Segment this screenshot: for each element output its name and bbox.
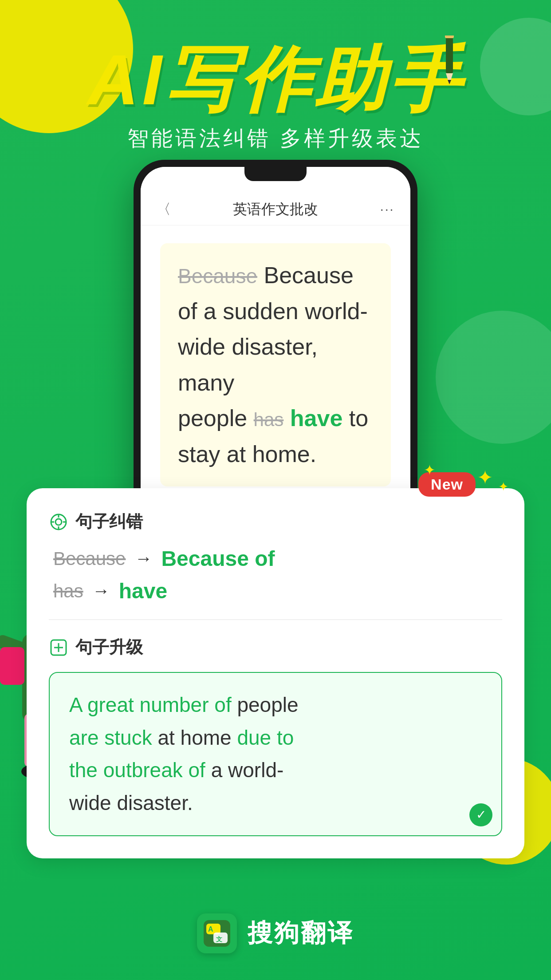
upgrade-black-3: a world- [211, 759, 284, 782]
correction-label-text: 句子纠错 [75, 510, 143, 533]
phone-text-content: Because Because of a sudden world- wide … [160, 243, 391, 486]
brand-logo: A 文 [197, 913, 237, 953]
line4-prefix: people [178, 405, 254, 431]
correction-new-2: have [119, 579, 167, 603]
line4-suffix: to [342, 405, 368, 431]
svg-text:文: 文 [216, 936, 222, 943]
card-panel: New ✦ ✦ ✦ 句子纠错 Because → Because of [27, 488, 524, 858]
arrow-2: → [92, 581, 110, 601]
phone-nav-bar: 〈 英语作文批改 ··· [141, 194, 410, 225]
correction-icon [49, 512, 68, 532]
branding-bar: A 文 搜狗翻译 [0, 913, 551, 953]
strike-has: has [254, 409, 284, 430]
correction-old-1: Because [53, 548, 126, 569]
phone-outer-frame: 〈 英语作文批改 ··· Because Because of a sudden… [134, 160, 417, 524]
brand-name-text: 搜狗翻译 [248, 917, 354, 950]
background: AI写作助手 智能语法纠错 多样升级表达 〈 英语作文批改 ··· [0, 0, 551, 980]
header-area: AI写作助手 智能语法纠错 多样升级表达 [0, 44, 551, 153]
header-subtitle: 智能语法纠错 多样升级表达 [0, 124, 551, 153]
phone-screen: 〈 英语作文批改 ··· Because Because of a sudden… [141, 167, 410, 517]
sparkle-icon-3: ✦ [424, 462, 436, 478]
upgrade-black-4: wide disaster. [69, 791, 193, 814]
upgrade-green-1: A great number of [69, 693, 237, 716]
correction-new-1: Because of [161, 546, 275, 571]
upgrade-icon [49, 638, 68, 657]
correction-row-2: has → have [49, 579, 502, 603]
checkmark-icon: ✓ [476, 805, 486, 825]
phone-mockup: 〈 英语作文批改 ··· Because Because of a sudden… [134, 160, 417, 524]
strike-because: Because [178, 265, 257, 288]
correction-section-label: 句子纠错 [49, 510, 502, 533]
upgrade-black-1: people [237, 693, 298, 716]
highlight-have: have [290, 405, 343, 431]
upgrade-green-4: the outbreak of [69, 759, 211, 782]
arrow-1: → [134, 549, 152, 569]
line5: stay at home. [178, 441, 316, 467]
checkmark-badge: ✓ [469, 803, 492, 826]
upgrade-label-text: 句子升级 [75, 636, 143, 659]
line2: of a sudden world- [178, 298, 368, 324]
upgrade-black-2: at home [157, 726, 237, 749]
phone-nav-title: 英语作文批改 [233, 200, 318, 219]
svg-rect-3 [445, 36, 454, 38]
svg-point-23 [55, 519, 62, 525]
svg-rect-0 [446, 36, 453, 73]
sparkle-icon-1: ✦ [477, 466, 493, 489]
correction-old-2: has [53, 581, 83, 602]
phone-content-area: Because Because of a sudden world- wide … [141, 225, 410, 517]
phone-back-icon: 〈 [157, 200, 171, 219]
upgrade-green-3: due to [237, 726, 294, 749]
sparkle-icon-2: ✦ [498, 479, 508, 494]
upgrade-section-label: 句子升级 [49, 636, 502, 659]
section-divider [49, 619, 502, 620]
upgrade-green-2: are stuck [69, 726, 157, 749]
pencil-icon [443, 36, 456, 89]
phone-nav-more: ··· [380, 201, 394, 217]
correction-row-1: Because → Because of [49, 546, 502, 571]
ai-writing-title: AI写作助手 [87, 44, 464, 115]
upgrade-text-box: A great number of people are stuck at ho… [49, 672, 502, 836]
svg-rect-17 [0, 647, 24, 685]
line3: wide disaster, many [178, 334, 318, 395]
svg-marker-2 [448, 80, 451, 84]
phone-notch [244, 167, 307, 181]
svg-text:A: A [208, 925, 213, 933]
deco-circle-mid-right [436, 311, 551, 444]
